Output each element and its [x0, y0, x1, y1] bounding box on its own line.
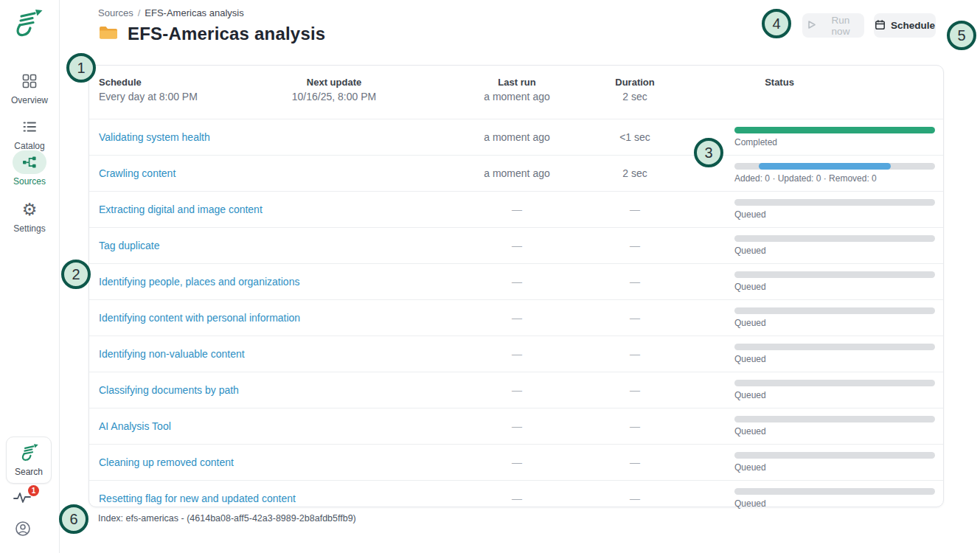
- status-label: Queued: [734, 498, 935, 509]
- task-last-run: —: [458, 493, 576, 504]
- task-row: Identifying non-valuable content — — Que…: [89, 335, 943, 372]
- task-duration: —: [576, 276, 694, 288]
- sidebar-item-label: Settings: [13, 223, 45, 234]
- list-icon: [13, 115, 46, 139]
- task-rows: Validating system health a moment ago <1…: [89, 119, 943, 516]
- status-label: Queued: [734, 462, 935, 473]
- sidebar-item-catalog[interactable]: Catalog: [0, 115, 59, 151]
- pulse-icon: [13, 495, 32, 508]
- task-name-link[interactable]: Tag duplicate: [99, 240, 160, 251]
- activity-button[interactable]: 1: [13, 490, 38, 512]
- task-name-link[interactable]: Resetting flag for new and updated conte…: [99, 493, 296, 504]
- page-title: EFS-Americas analysis: [128, 24, 325, 44]
- user-avatar-icon: [15, 526, 31, 539]
- breadcrumb-sources-link[interactable]: Sources: [98, 7, 133, 18]
- column-header-schedule: Schedule: [99, 77, 142, 88]
- schedule-label: Schedule: [891, 20, 935, 31]
- task-status: Queued: [734, 416, 935, 437]
- task-row: Resetting flag for new and updated conte…: [89, 480, 943, 516]
- status-progress-bar: [734, 307, 935, 314]
- column-header-last-run: Last run: [458, 77, 576, 88]
- brand-logo-icon: [11, 29, 44, 40]
- account-button[interactable]: [15, 521, 32, 538]
- status-label: Completed: [734, 137, 935, 147]
- network-icon: [13, 150, 46, 174]
- notification-badge: 1: [28, 485, 39, 496]
- sidebar: Overview Catalog: [0, 0, 60, 553]
- app-logo[interactable]: [10, 8, 44, 39]
- annotation-circle: 2: [61, 260, 91, 289]
- task-last-run: —: [458, 240, 576, 251]
- status-label: Queued: [734, 354, 935, 364]
- gear-icon: ⚙: [13, 198, 46, 221]
- brand-logo-icon: [18, 443, 39, 465]
- task-name-link[interactable]: Identifying non-valuable content: [99, 348, 245, 360]
- status-label: Added: 0 · Updated: 0 · Removed: 0: [734, 173, 935, 184]
- task-status: Queued: [734, 199, 935, 220]
- page-title-row: EFS-Americas analysis: [98, 24, 325, 44]
- folder-icon: [98, 24, 119, 44]
- breadcrumb: Sources/EFS-Americas analysis: [98, 7, 244, 18]
- status-progress-bar: [734, 488, 935, 495]
- task-name-link[interactable]: Crawling content: [99, 167, 176, 179]
- breadcrumb-separator: /: [138, 7, 141, 18]
- task-last-run: —: [458, 204, 576, 215]
- task-row: Tag duplicate — — Queued: [89, 227, 943, 263]
- sidebar-search-button[interactable]: Search: [6, 437, 52, 484]
- task-name-link[interactable]: Classifying documents by path: [99, 384, 239, 396]
- task-status: Queued: [734, 307, 935, 328]
- task-row: Validating system health a moment ago <1…: [89, 119, 943, 155]
- status-progress-bar: [734, 127, 935, 133]
- next-update-value: 10/16/25, 8:00 PM: [275, 91, 393, 102]
- task-status: Queued: [734, 380, 935, 400]
- task-last-run: —: [458, 348, 576, 360]
- index-info: Index: efs-americas - (4614ba08-aff5-42a…: [98, 513, 356, 524]
- run-now-button[interactable]: Run now: [802, 13, 864, 38]
- task-last-run: —: [458, 312, 576, 324]
- status-label: Queued: [734, 246, 935, 256]
- calendar-icon: [875, 19, 886, 32]
- task-last-run: —: [458, 420, 576, 432]
- annotation-circle: 5: [947, 21, 976, 50]
- breadcrumb-current: EFS-Americas analysis: [145, 7, 243, 18]
- status-progress-bar: [734, 235, 935, 242]
- task-name-link[interactable]: Validating system health: [99, 131, 210, 143]
- grid-icon: [13, 69, 46, 93]
- column-header-next-update: Next update: [275, 77, 393, 88]
- task-status: Completed: [734, 127, 935, 147]
- task-last-run: a moment ago: [458, 167, 576, 179]
- run-now-label: Run now: [821, 15, 860, 37]
- task-name-link[interactable]: AI Analysis Tool: [99, 420, 171, 432]
- sidebar-item-label: Catalog: [14, 141, 44, 151]
- task-duration: —: [576, 204, 694, 215]
- sidebar-item-sources[interactable]: Sources: [0, 150, 59, 187]
- task-duration: —: [576, 348, 694, 360]
- status-progress-bar: [734, 163, 935, 170]
- sidebar-item-overview[interactable]: Overview: [0, 69, 59, 105]
- task-name-link[interactable]: Identifying people, places and organizat…: [99, 276, 299, 288]
- task-name-link[interactable]: Extracting digital and image content: [99, 204, 263, 215]
- table-header: Schedule Next update Last run Duration S…: [89, 66, 943, 119]
- task-duration: —: [576, 420, 694, 432]
- schedule-value: Every day at 8:00 PM: [99, 91, 198, 102]
- sidebar-item-label: Sources: [13, 176, 46, 187]
- play-icon: [807, 20, 816, 32]
- status-label: Queued: [734, 426, 935, 437]
- schedule-button[interactable]: Schedule: [874, 13, 936, 38]
- sidebar-item-settings[interactable]: ⚙ Settings: [0, 198, 59, 234]
- task-row: AI Analysis Tool — — Queued: [89, 408, 943, 444]
- task-name-link[interactable]: Identifying content with personal inform…: [99, 312, 300, 324]
- annotation-circle: 1: [66, 53, 96, 83]
- annotation-circle: 4: [762, 9, 791, 38]
- task-duration: 2 sec: [576, 167, 694, 179]
- task-status: Queued: [734, 271, 935, 292]
- column-header-duration: Duration: [576, 77, 694, 88]
- task-last-run: —: [458, 276, 576, 288]
- status-progress-bar: [734, 452, 935, 459]
- task-name-link[interactable]: Cleaning up removed content: [99, 456, 234, 468]
- task-status: Queued: [734, 452, 935, 473]
- task-status: Queued: [734, 344, 935, 364]
- duration-value: 2 sec: [576, 91, 694, 102]
- task-row: Identifying content with personal inform…: [89, 299, 943, 335]
- status-label: Queued: [734, 282, 935, 292]
